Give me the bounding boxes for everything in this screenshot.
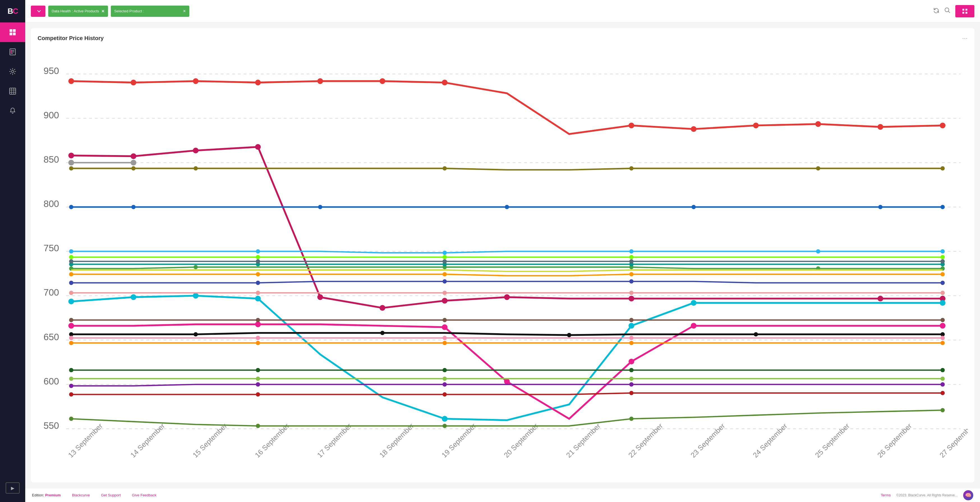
- svg-point-132: [940, 272, 945, 276]
- svg-point-142: [940, 382, 945, 386]
- svg-point-87: [940, 166, 945, 170]
- svg-point-131: [629, 272, 633, 276]
- svg-text:600: 600: [43, 376, 59, 386]
- svg-point-92: [691, 205, 695, 209]
- svg-point-82: [131, 166, 135, 170]
- svg-rect-1: [13, 29, 16, 32]
- chart-header: Competitor Price History ⋯: [38, 35, 968, 41]
- svg-rect-2: [10, 33, 12, 35]
- svg-point-186: [629, 318, 633, 322]
- sidebar-toggle-button[interactable]: ▶: [6, 482, 20, 494]
- svg-text:21 September: 21 September: [565, 422, 602, 459]
- svg-point-140: [442, 382, 447, 386]
- svg-point-165: [442, 255, 447, 259]
- svg-text:17 September: 17 September: [315, 422, 353, 459]
- svg-point-86: [816, 166, 820, 170]
- svg-point-75: [380, 305, 385, 311]
- svg-point-177: [940, 281, 945, 285]
- svg-point-151: [629, 368, 633, 372]
- svg-point-129: [256, 272, 260, 276]
- svg-point-148: [69, 368, 73, 372]
- svg-point-71: [131, 153, 136, 159]
- topbar-right: [933, 5, 974, 17]
- svg-point-105: [442, 324, 447, 330]
- svg-point-118: [442, 251, 447, 255]
- svg-point-149: [256, 368, 260, 372]
- svg-point-158: [69, 392, 73, 397]
- footer: Edition: Premium Blackcurve Get Support …: [25, 488, 980, 502]
- dropdown-button[interactable]: [31, 6, 45, 17]
- svg-point-144: [256, 376, 260, 381]
- table-icon: [8, 87, 17, 95]
- svg-point-67: [940, 122, 945, 128]
- svg-point-196: [629, 341, 633, 345]
- svg-text:650: 650: [43, 332, 59, 342]
- svg-point-62: [628, 122, 634, 128]
- svg-point-83: [194, 166, 198, 170]
- chart-menu-button[interactable]: ⋯: [962, 35, 968, 41]
- svg-text:15 September: 15 September: [191, 422, 228, 459]
- svg-point-170: [442, 259, 447, 263]
- svg-point-101: [691, 300, 697, 306]
- svg-text:700: 700: [43, 287, 59, 297]
- sidebar-item-settings[interactable]: [0, 62, 25, 81]
- svg-point-128: [69, 272, 73, 276]
- search-icon: [944, 7, 951, 14]
- refresh-icon: [933, 7, 940, 14]
- svg-point-74: [317, 294, 323, 300]
- sidebar-item-notifications[interactable]: [0, 101, 25, 121]
- logo-container: BC: [0, 0, 25, 22]
- gear-icon: [8, 67, 17, 76]
- svg-text:26 September: 26 September: [876, 422, 913, 459]
- svg-point-78: [628, 295, 634, 301]
- svg-point-108: [691, 323, 697, 329]
- svg-point-96: [131, 294, 136, 300]
- footer-link-blackcurve[interactable]: Blackcurve: [72, 493, 90, 497]
- selected-product-label: Selected Product :: [114, 9, 144, 13]
- svg-point-183: [69, 318, 73, 322]
- svg-point-172: [940, 259, 945, 263]
- main-content: Data Health : Active Products ✕ Selected…: [25, 0, 980, 502]
- svg-point-162: [940, 391, 945, 395]
- footer-link-support[interactable]: Get Support: [101, 493, 121, 497]
- svg-point-119: [629, 249, 633, 254]
- selected-product-close-button[interactable]: ✕: [183, 9, 186, 13]
- svg-point-112: [380, 330, 385, 335]
- search-button[interactable]: [944, 7, 951, 16]
- svg-text:23 September: 23 September: [689, 422, 727, 459]
- svg-point-99: [442, 416, 447, 421]
- footer-link-feedback[interactable]: Give Feedback: [132, 493, 156, 497]
- svg-point-163: [69, 255, 73, 259]
- svg-rect-19: [966, 9, 967, 11]
- sidebar: BC R R R: [0, 0, 25, 502]
- refresh-button[interactable]: [933, 7, 940, 16]
- svg-point-138: [69, 384, 73, 388]
- svg-point-79: [878, 295, 883, 301]
- svg-point-157: [940, 408, 945, 412]
- svg-point-98: [255, 295, 261, 301]
- svg-point-65: [815, 121, 821, 127]
- svg-point-107: [628, 359, 634, 364]
- sidebar-item-dashboard[interactable]: [0, 22, 25, 42]
- svg-point-185: [442, 318, 447, 322]
- svg-point-179: [256, 291, 260, 295]
- svg-point-167: [940, 255, 945, 259]
- footer-copyright: ©2023. BlackCurve. All Rights Reserve...: [896, 493, 958, 497]
- edition-value: Premium: [45, 493, 61, 497]
- sidebar-item-table[interactable]: [0, 81, 25, 101]
- topbar: Data Health : Active Products ✕ Selected…: [25, 0, 980, 22]
- sidebar-item-reports[interactable]: R R R: [0, 42, 25, 62]
- tag-close-button[interactable]: ✕: [101, 9, 105, 13]
- reports-icon: R R R: [8, 48, 17, 56]
- svg-text:27 September: 27 September: [938, 422, 968, 459]
- svg-point-91: [505, 205, 509, 209]
- svg-point-120: [816, 249, 820, 254]
- svg-text:13 September: 13 September: [67, 422, 104, 459]
- svg-point-55: [68, 78, 74, 84]
- export-button[interactable]: [955, 5, 974, 17]
- brain-icon: 🧠: [963, 490, 973, 500]
- edition-text: Edition: Premium: [32, 493, 61, 497]
- svg-point-159: [256, 392, 260, 397]
- svg-point-143: [69, 376, 73, 381]
- footer-terms-link[interactable]: Terms: [881, 493, 891, 497]
